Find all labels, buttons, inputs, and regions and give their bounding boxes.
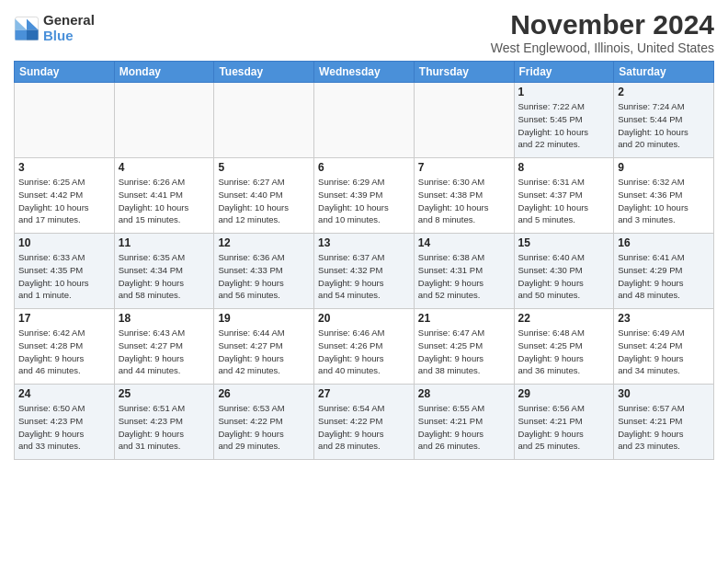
logo-blue-text: Blue xyxy=(43,29,95,44)
calendar-cell: 26Sunrise: 6:53 AMSunset: 4:22 PMDayligh… xyxy=(214,385,314,460)
cell-info: Sunrise: 6:26 AMSunset: 4:41 PMDaylight:… xyxy=(119,176,210,226)
calendar-cell: 15Sunrise: 6:40 AMSunset: 4:30 PMDayligh… xyxy=(514,234,614,309)
calendar-header-monday: Monday xyxy=(114,62,214,83)
day-number: 10 xyxy=(18,236,110,249)
cell-info: Sunrise: 6:43 AMSunset: 4:27 PMDaylight:… xyxy=(119,327,210,377)
cell-info: Sunrise: 6:46 AMSunset: 4:26 PMDaylight:… xyxy=(318,327,410,377)
day-number: 9 xyxy=(618,161,710,174)
calendar-cell: 30Sunrise: 6:57 AMSunset: 4:21 PMDayligh… xyxy=(614,385,714,460)
day-number: 27 xyxy=(318,387,410,400)
day-number: 13 xyxy=(318,236,410,249)
header: General Blue November 2024 West Englewoo… xyxy=(14,9,714,55)
calendar-cell: 2Sunrise: 7:24 AMSunset: 5:44 PMDaylight… xyxy=(614,83,714,158)
calendar-cell: 25Sunrise: 6:51 AMSunset: 4:23 PMDayligh… xyxy=(114,385,214,460)
day-number: 18 xyxy=(119,312,210,325)
day-number: 14 xyxy=(418,236,510,249)
day-number: 11 xyxy=(119,236,210,249)
cell-info: Sunrise: 6:55 AMSunset: 4:21 PMDaylight:… xyxy=(418,402,510,453)
day-number: 23 xyxy=(618,312,710,325)
calendar-cell: 9Sunrise: 6:32 AMSunset: 4:36 PMDaylight… xyxy=(614,158,714,234)
cell-info: Sunrise: 6:56 AMSunset: 4:21 PMDaylight:… xyxy=(518,402,610,453)
calendar-week-row: 1Sunrise: 7:22 AMSunset: 5:45 PMDaylight… xyxy=(15,83,714,158)
calendar-cell: 11Sunrise: 6:35 AMSunset: 4:34 PMDayligh… xyxy=(114,234,214,309)
calendar-cell: 5Sunrise: 6:27 AMSunset: 4:40 PMDaylight… xyxy=(214,158,314,234)
calendar-cell xyxy=(15,83,115,158)
calendar-week-row: 3Sunrise: 6:25 AMSunset: 4:42 PMDaylight… xyxy=(15,158,714,234)
calendar-week-row: 24Sunrise: 6:50 AMSunset: 4:23 PMDayligh… xyxy=(15,385,714,460)
cell-info: Sunrise: 6:44 AMSunset: 4:27 PMDaylight:… xyxy=(218,327,310,377)
page: General Blue November 2024 West Englewoo… xyxy=(0,0,728,563)
calendar-cell: 7Sunrise: 6:30 AMSunset: 4:38 PMDaylight… xyxy=(414,158,514,234)
calendar-cell: 27Sunrise: 6:54 AMSunset: 4:22 PMDayligh… xyxy=(314,385,415,460)
cell-info: Sunrise: 6:33 AMSunset: 4:35 PMDaylight:… xyxy=(18,251,110,302)
day-number: 5 xyxy=(218,161,310,174)
day-number: 22 xyxy=(518,312,610,325)
day-number: 16 xyxy=(618,236,710,249)
day-number: 28 xyxy=(418,387,510,400)
calendar-cell xyxy=(214,83,314,158)
logo: General Blue xyxy=(14,13,95,43)
logo-text: General Blue xyxy=(43,13,95,43)
calendar-header-row: SundayMondayTuesdayWednesdayThursdayFrid… xyxy=(15,62,714,83)
calendar-header-thursday: Thursday xyxy=(414,62,514,83)
calendar-cell: 24Sunrise: 6:50 AMSunset: 4:23 PMDayligh… xyxy=(15,385,115,460)
month-title: November 2024 xyxy=(491,9,714,40)
cell-info: Sunrise: 6:42 AMSunset: 4:28 PMDaylight:… xyxy=(18,327,110,377)
day-number: 12 xyxy=(218,236,310,249)
day-number: 29 xyxy=(518,387,610,400)
cell-info: Sunrise: 6:47 AMSunset: 4:25 PMDaylight:… xyxy=(418,327,510,377)
calendar-week-row: 10Sunrise: 6:33 AMSunset: 4:35 PMDayligh… xyxy=(15,234,714,309)
cell-info: Sunrise: 6:32 AMSunset: 4:36 PMDaylight:… xyxy=(618,176,710,226)
calendar-cell: 3Sunrise: 6:25 AMSunset: 4:42 PMDaylight… xyxy=(15,158,115,234)
cell-info: Sunrise: 7:22 AMSunset: 5:45 PMDaylight:… xyxy=(518,100,610,151)
calendar-cell: 22Sunrise: 6:48 AMSunset: 4:25 PMDayligh… xyxy=(514,309,614,385)
svg-marker-2 xyxy=(27,29,39,40)
cell-info: Sunrise: 6:31 AMSunset: 4:37 PMDaylight:… xyxy=(518,176,610,226)
calendar-cell: 29Sunrise: 6:56 AMSunset: 4:21 PMDayligh… xyxy=(514,385,614,460)
calendar-cell: 6Sunrise: 6:29 AMSunset: 4:39 PMDaylight… xyxy=(314,158,415,234)
cell-info: Sunrise: 6:38 AMSunset: 4:31 PMDaylight:… xyxy=(418,251,510,302)
calendar-cell: 23Sunrise: 6:49 AMSunset: 4:24 PMDayligh… xyxy=(614,309,714,385)
title-block: November 2024 West Englewood, Illinois, … xyxy=(491,9,714,55)
location: West Englewood, Illinois, United States xyxy=(491,40,714,55)
day-number: 4 xyxy=(119,161,210,174)
cell-info: Sunrise: 6:27 AMSunset: 4:40 PMDaylight:… xyxy=(218,176,310,226)
day-number: 20 xyxy=(318,312,410,325)
day-number: 7 xyxy=(418,161,510,174)
cell-info: Sunrise: 7:24 AMSunset: 5:44 PMDaylight:… xyxy=(618,100,710,151)
calendar-cell: 20Sunrise: 6:46 AMSunset: 4:26 PMDayligh… xyxy=(314,309,415,385)
calendar-cell: 12Sunrise: 6:36 AMSunset: 4:33 PMDayligh… xyxy=(214,234,314,309)
cell-info: Sunrise: 6:40 AMSunset: 4:30 PMDaylight:… xyxy=(518,251,610,302)
cell-info: Sunrise: 6:50 AMSunset: 4:23 PMDaylight:… xyxy=(18,402,110,453)
day-number: 17 xyxy=(18,312,110,325)
cell-info: Sunrise: 6:48 AMSunset: 4:25 PMDaylight:… xyxy=(518,327,610,377)
day-number: 26 xyxy=(218,387,310,400)
calendar-cell: 14Sunrise: 6:38 AMSunset: 4:31 PMDayligh… xyxy=(414,234,514,309)
cell-info: Sunrise: 6:29 AMSunset: 4:39 PMDaylight:… xyxy=(318,176,410,226)
cell-info: Sunrise: 6:51 AMSunset: 4:23 PMDaylight:… xyxy=(119,402,210,453)
calendar-cell xyxy=(114,83,214,158)
calendar-header-sunday: Sunday xyxy=(15,62,115,83)
calendar-cell: 17Sunrise: 6:42 AMSunset: 4:28 PMDayligh… xyxy=(15,309,115,385)
calendar-cell: 1Sunrise: 7:22 AMSunset: 5:45 PMDaylight… xyxy=(514,83,614,158)
calendar-cell: 16Sunrise: 6:41 AMSunset: 4:29 PMDayligh… xyxy=(614,234,714,309)
calendar-cell: 18Sunrise: 6:43 AMSunset: 4:27 PMDayligh… xyxy=(114,309,214,385)
cell-info: Sunrise: 6:37 AMSunset: 4:32 PMDaylight:… xyxy=(318,251,410,302)
svg-marker-3 xyxy=(15,29,27,40)
day-number: 30 xyxy=(618,387,710,400)
cell-info: Sunrise: 6:35 AMSunset: 4:34 PMDaylight:… xyxy=(119,251,210,302)
cell-info: Sunrise: 6:57 AMSunset: 4:21 PMDaylight:… xyxy=(618,402,710,453)
calendar-header-friday: Friday xyxy=(514,62,614,83)
calendar-cell: 10Sunrise: 6:33 AMSunset: 4:35 PMDayligh… xyxy=(15,234,115,309)
cell-info: Sunrise: 6:41 AMSunset: 4:29 PMDaylight:… xyxy=(618,251,710,302)
day-number: 6 xyxy=(318,161,410,174)
day-number: 25 xyxy=(119,387,210,400)
logo-general-text: General xyxy=(43,13,95,29)
calendar-cell: 28Sunrise: 6:55 AMSunset: 4:21 PMDayligh… xyxy=(414,385,514,460)
calendar-header-tuesday: Tuesday xyxy=(214,62,314,83)
calendar-week-row: 17Sunrise: 6:42 AMSunset: 4:28 PMDayligh… xyxy=(15,309,714,385)
calendar-cell: 8Sunrise: 6:31 AMSunset: 4:37 PMDaylight… xyxy=(514,158,614,234)
calendar-cell: 13Sunrise: 6:37 AMSunset: 4:32 PMDayligh… xyxy=(314,234,415,309)
calendar-header-saturday: Saturday xyxy=(614,62,714,83)
calendar-cell xyxy=(414,83,514,158)
